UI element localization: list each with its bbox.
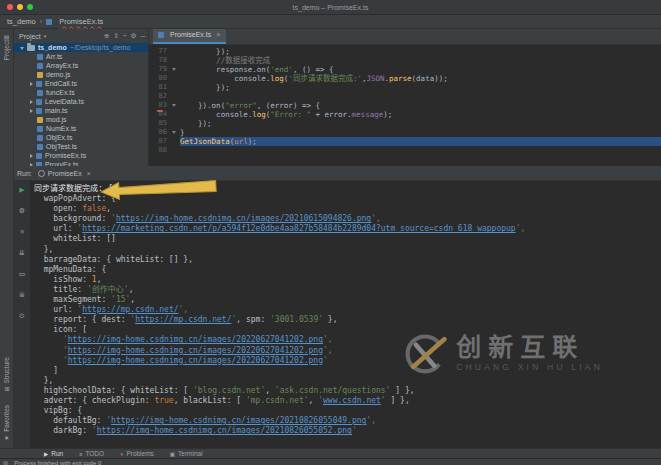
breadcrumb: ts_demo › PromiseEx.ts [0, 15, 661, 29]
console-link[interactable]: https://img-home.csdnimg.cn/images/20210… [97, 426, 352, 435]
console-token: }, [323, 315, 337, 324]
zoom-window-button[interactable] [27, 4, 33, 10]
fold-column [167, 65, 180, 74]
code-text: console.log('同步请求数据完成:',JSON.parse(data)… [180, 74, 661, 83]
fold-icon[interactable] [172, 104, 176, 107]
tool-window-toggle-icon[interactable]: ▥ [3, 460, 8, 465]
code-token: console. [180, 110, 252, 119]
code-line: 85 }); [149, 119, 661, 128]
tree-root-row[interactable]: ts_demo ~/Desktop/ts_demo [14, 43, 148, 52]
ts-file-icon [37, 135, 43, 141]
console-link[interactable]: https://img-home.csdnimg.cn/images/20220… [68, 335, 323, 344]
project-panel-title[interactable]: Project [19, 33, 41, 40]
console-token: ', [516, 224, 526, 233]
tree-file-row[interactable]: LevelData.ts [14, 97, 148, 106]
close-icon[interactable]: × [216, 31, 220, 38]
code-line: 84 console.log("Error: " + error.message… [149, 110, 661, 119]
rerun-icon[interactable]: ▶ [19, 186, 24, 194]
chevron-right-icon[interactable] [30, 154, 33, 158]
tree-file-row[interactable]: ObjEx.ts [14, 133, 148, 142]
tree-file-row[interactable]: ObjTest.ts [14, 142, 148, 151]
settings-icon[interactable]: ⚙ [131, 32, 137, 40]
chevron-right-icon[interactable] [30, 109, 33, 113]
tree-file-row[interactable]: funcEx.ts [14, 88, 148, 97]
console-link[interactable]: https://mp.csdn.net/ [82, 305, 178, 314]
minimize-window-button[interactable] [17, 4, 23, 10]
line-number: 87 [149, 137, 167, 146]
tree-file-row[interactable]: Arr.ts [14, 52, 148, 61]
close-window-button[interactable] [7, 4, 13, 10]
console-token: , [309, 396, 319, 405]
fold-column [167, 137, 180, 146]
clear-icon[interactable]: ▭ [19, 270, 26, 278]
soft-wrap-icon[interactable]: ≣ [19, 291, 25, 299]
project-panel-header: Project ▾ ⊕⇕÷⚙─ [14, 29, 148, 43]
tree-file-row[interactable]: ArrayEx.ts [14, 61, 148, 70]
code-text: }); [180, 119, 661, 128]
toolwindow-button-todo[interactable]: ≡TODO [79, 450, 104, 457]
stripe-project-button[interactable]: ▤ Project [0, 33, 13, 60]
ts-file-icon [37, 126, 43, 132]
code-editor[interactable]: 77 });78 //数据接收完成79 response.on('end', (… [149, 45, 661, 155]
tree-file-row[interactable]: main.ts [14, 106, 148, 115]
editor-area: PromiseEx.ts × 77 });78 //数据接收完成79 respo… [148, 29, 661, 166]
tree-file-row[interactable]: mod.js [14, 115, 148, 124]
console-line: open: false, [34, 204, 661, 214]
collapse-all-icon[interactable]: ÷ [123, 32, 127, 40]
tree-file-row[interactable]: NumEx.ts [14, 124, 148, 133]
bottom-tool-window-bar: ▶Run≡TODO●Problems▣Terminal [0, 448, 661, 458]
run-tab-promiseex[interactable]: PromiseEx × [38, 170, 91, 177]
tab-promiseex[interactable]: PromiseEx.ts × [153, 29, 226, 44]
console-link[interactable]: https://img-home.csdnimg.cn/images/20220… [68, 356, 323, 365]
stripe-structure-button[interactable]: ⊞ Structure [3, 357, 10, 391]
console-link[interactable]: https://img-home.csdnimg.cn/images/20210… [111, 416, 366, 425]
locate-icon[interactable]: ⊕ [104, 32, 109, 40]
tree-file-row[interactable]: EndCall.ts [14, 79, 148, 88]
ts-file-icon [36, 99, 42, 105]
console-output[interactable]: 同步请求数据完成: { wapPopAdvert: { open: false,… [30, 181, 661, 448]
console-link[interactable]: https://img-home.csdnimg.cn/images/20220… [68, 346, 323, 355]
console-line: barrageData: { whiteList: [] }, [34, 255, 661, 265]
toolwindow-button-run[interactable]: ▶Run [44, 450, 63, 457]
fold-icon[interactable] [172, 131, 176, 134]
breadcrumb-project[interactable]: ts_demo [7, 17, 36, 26]
chevron-right-icon[interactable] [30, 82, 33, 86]
scroll-down-icon[interactable]: ⇊ [19, 249, 25, 257]
code-token: (data)); [412, 74, 448, 83]
ts-file-icon [37, 144, 43, 150]
project-stripe-icon: ▤ [4, 33, 10, 40]
console-token: '3001.0539' [270, 315, 323, 324]
chevron-down-icon[interactable] [20, 47, 24, 50]
wrench-icon[interactable]: ⚙ [19, 207, 25, 215]
stop-icon[interactable]: ■ [20, 228, 24, 236]
console-link[interactable]: https://marketing.csdn.net/p/a594f12e0db… [82, 224, 515, 233]
tree-file-row[interactable]: demo.js [14, 70, 148, 79]
breadcrumb-file[interactable]: PromiseEx.ts [59, 17, 103, 26]
toolwindow-button-terminal[interactable]: ▣Terminal [170, 450, 203, 457]
code-line: 82 [149, 92, 661, 101]
console-link[interactable]: https://mp.csdn.net/ [135, 315, 231, 324]
code-token: GetJsonData [180, 137, 230, 146]
console-link[interactable]: www.csdn.net [323, 396, 381, 405]
close-icon[interactable]: × [87, 170, 91, 177]
line-number: 78 [149, 56, 167, 65]
chevron-right-icon[interactable] [30, 100, 33, 104]
console-token: mpMenuData: { [34, 265, 106, 274]
code-token: ); [383, 110, 392, 119]
stripe-favorites-button[interactable]: ★ Favorites [3, 405, 10, 442]
tree-file-row[interactable]: PromiseEx.ts [14, 151, 148, 160]
pin-icon[interactable]: ⊙ [19, 312, 25, 320]
console-line: url: 'https://mp.csdn.net/', [34, 305, 661, 315]
file-name: ArrayEx.ts [46, 61, 78, 70]
console-link[interactable]: https://img-home.csdnimg.cn/images/20210… [116, 214, 371, 223]
expand-all-icon[interactable]: ⇕ [114, 32, 119, 40]
line-number: 82 [149, 92, 167, 101]
typescript-file-icon [158, 32, 164, 38]
code-token: }); [180, 119, 212, 128]
hide-panel-icon[interactable]: ─ [140, 32, 145, 40]
console-token: , [129, 285, 134, 294]
console-token: ', [323, 335, 333, 344]
fold-icon[interactable] [172, 68, 176, 71]
ts-file-icon [37, 90, 43, 96]
toolwindow-button-problems[interactable]: ●Problems [120, 450, 154, 457]
